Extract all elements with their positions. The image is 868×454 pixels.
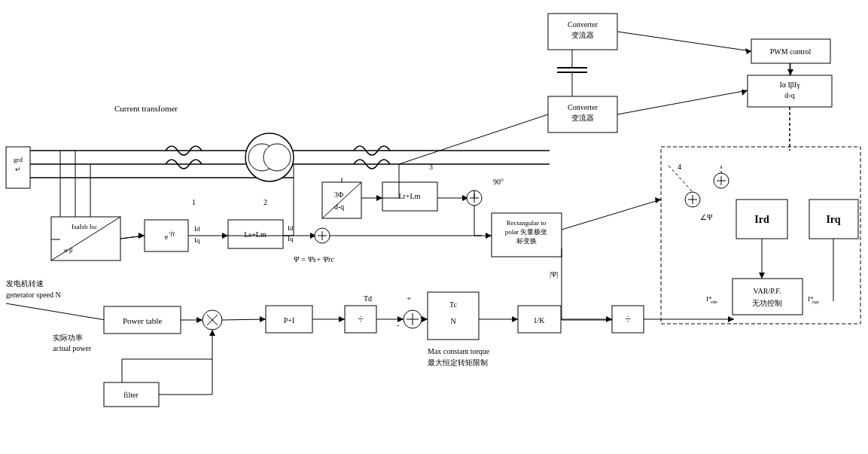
circuit-diagram: grd ↵ Current transfomer Converter 变流器 C…	[0, 0, 868, 454]
svg-text:filter: filter	[123, 391, 139, 399]
svg-line-151	[399, 114, 548, 164]
current-transformer-label: Current transfomer	[114, 104, 178, 113]
svg-text:rde: rde	[711, 299, 717, 305]
svg-marker-113	[339, 316, 345, 322]
svg-text:rqe: rqe	[812, 299, 819, 305]
svg-line-152	[617, 90, 748, 114]
svg-rect-85	[732, 279, 803, 315]
svg-text:Ψ = Ψs+  Ψrc: Ψ = Ψs+ Ψrc	[294, 255, 335, 264]
svg-text:∠Ψ: ∠Ψ	[700, 213, 713, 221]
svg-marker-165	[486, 233, 492, 239]
svg-point-8	[263, 144, 291, 171]
svg-text:Irq: Irq	[826, 214, 840, 225]
svg-text:Iq: Iq	[194, 236, 200, 244]
svg-marker-27	[787, 69, 793, 75]
svg-text:Tc: Tc	[449, 300, 457, 309]
svg-marker-109	[260, 316, 266, 322]
diagram-container: grd ↵ Current transfomer Converter 变流器 C…	[0, 0, 868, 454]
svg-text:α  β: α β	[64, 246, 73, 254]
svg-text:2: 2	[263, 198, 267, 206]
svg-text:N: N	[450, 317, 455, 325]
svg-text:发电机转速: 发电机转速	[6, 279, 44, 288]
svg-marker-25	[745, 48, 751, 54]
svg-text:Id: Id	[288, 224, 294, 232]
svg-text:标变换: 标变换	[516, 237, 537, 245]
svg-text:最大恒定转矩限制: 最大恒定转矩限制	[428, 358, 488, 367]
svg-marker-121	[397, 316, 404, 322]
svg-text:generator speed N: generator speed N	[6, 291, 61, 299]
svg-text:Converter: Converter	[568, 103, 598, 111]
svg-text:↵: ↵	[15, 166, 21, 173]
svg-text:+: +	[407, 294, 411, 303]
svg-marker-130	[512, 316, 518, 322]
svg-text:Lr+Lm: Lr+Lm	[399, 192, 421, 200]
svg-text:变流器: 变流器	[571, 114, 594, 122]
svg-text:-jγ: -jγ	[169, 230, 175, 236]
svg-line-108	[222, 319, 266, 320]
svg-text:Rectangular to: Rectangular to	[507, 219, 547, 227]
svg-text:变流器: 变流器	[571, 31, 594, 39]
svg-text:IsaIsb Isc: IsaIsb Isc	[72, 223, 97, 230]
svg-text:Id: Id	[194, 225, 200, 233]
svg-text:3Φ: 3Φ	[334, 190, 343, 199]
svg-marker-57	[376, 195, 382, 201]
svg-text:grd: grd	[14, 156, 23, 163]
svg-text:d-q: d-q	[334, 203, 344, 211]
svg-marker-134	[606, 316, 612, 322]
svg-marker-43	[222, 233, 228, 239]
svg-text:actual power: actual power	[53, 344, 92, 352]
svg-text:÷: ÷	[358, 314, 364, 325]
svg-text:实际功率: 实际功率	[53, 334, 83, 342]
svg-text:P+I: P+I	[284, 316, 295, 325]
svg-text:Iα IβIγ: Iα IβIγ	[779, 81, 800, 89]
svg-marker-105	[196, 317, 203, 323]
svg-text:Power   table: Power table	[123, 316, 162, 325]
svg-text:3: 3	[429, 163, 433, 171]
svg-text:VAR/P.F.: VAR/P.F.	[754, 287, 781, 295]
svg-rect-122	[428, 292, 479, 340]
svg-text:1: 1	[192, 198, 196, 206]
svg-text:polar 矢量极坐: polar 矢量极坐	[505, 228, 548, 236]
svg-marker-93	[655, 197, 661, 203]
svg-text:÷: ÷	[625, 314, 631, 325]
svg-text:PWM control: PWM control	[770, 47, 812, 56]
svg-text:1/K: 1/K	[534, 316, 546, 325]
svg-text:4: 4	[678, 163, 681, 171]
svg-line-24	[617, 32, 751, 51]
svg-line-98	[6, 303, 105, 320]
svg-text:Converter: Converter	[568, 20, 598, 29]
svg-marker-145	[209, 330, 215, 336]
svg-marker-126	[422, 316, 428, 322]
svg-line-92	[562, 200, 661, 230]
svg-marker-153	[742, 90, 748, 96]
svg-text:90°: 90°	[493, 178, 504, 186]
svg-text:Ird: Ird	[754, 214, 769, 225]
svg-text:Max constant torque: Max constant torque	[428, 347, 490, 355]
svg-text:d-q: d-q	[784, 91, 794, 99]
svg-text:Ls+Lm: Ls+Lm	[244, 230, 266, 239]
svg-text:无功控制: 无功控制	[752, 299, 782, 307]
svg-text:Td: Td	[364, 294, 372, 303]
svg-text:|Ψ|: |Ψ|	[550, 270, 558, 279]
